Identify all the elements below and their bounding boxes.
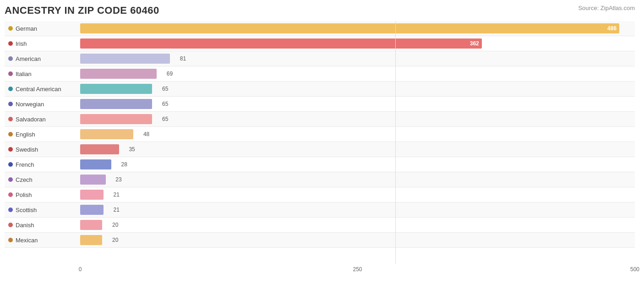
bar-value: 20	[112, 222, 118, 228]
bar-label: Polish	[5, 191, 80, 198]
bar-label: Mexican	[5, 237, 80, 244]
bar-fill: 21	[80, 190, 104, 200]
bar-fill: 20	[80, 235, 102, 245]
bar-label: Czech	[5, 176, 80, 183]
x-axis-tick: 0	[79, 266, 82, 273]
bar-label: Danish	[5, 222, 80, 229]
bar-value: 362	[470, 40, 479, 47]
bar-value: 23	[115, 176, 121, 183]
bar-fill: 28	[80, 159, 111, 169]
chart-container: ANCESTRY IN ZIP CODE 60460 Source: ZipAt…	[0, 0, 644, 295]
bar-dot	[8, 87, 13, 91]
bar-fill: 21	[80, 205, 104, 215]
bar-label: Scottish	[5, 207, 80, 213]
bar-row: Irish362	[5, 36, 635, 51]
bar-label: French	[5, 161, 80, 168]
x-axis: 0250500	[80, 264, 635, 278]
bar-label: German	[5, 25, 80, 32]
source-text: Source: ZipAtlas.com	[578, 5, 635, 11]
bar-dot	[8, 223, 13, 227]
bar-track: 65	[80, 97, 635, 111]
bar-dot	[8, 102, 13, 106]
chart-area: German486Irish362American81Italian69Cent…	[5, 21, 635, 278]
bar-row: Central American65	[5, 82, 635, 97]
bar-track: 362	[80, 36, 635, 51]
bar-value: 81	[180, 55, 186, 62]
bar-dot	[8, 162, 13, 167]
bar-value: 21	[114, 207, 120, 213]
bar-value: 486	[607, 25, 617, 32]
bar-row: English48	[5, 127, 635, 142]
bar-track: 23	[80, 172, 635, 187]
bar-value: 65	[162, 101, 168, 107]
bar-row: French28	[5, 157, 635, 172]
bar-fill: 48	[80, 129, 133, 139]
bar-row: Mexican20	[5, 233, 635, 248]
x-axis-tick: 250	[353, 266, 362, 273]
bar-track: 69	[80, 66, 635, 81]
bar-row: Italian69	[5, 66, 635, 82]
bar-value: 65	[162, 86, 168, 92]
x-axis-tick: 500	[630, 266, 639, 273]
bar-fill: 69	[80, 69, 157, 79]
bar-row: Salvadoran65	[5, 112, 635, 127]
bar-track: 20	[80, 233, 635, 247]
bar-dot	[8, 238, 13, 242]
bar-label: Norwegian	[5, 101, 80, 108]
bar-label: American	[5, 55, 80, 62]
bar-track: 81	[80, 51, 635, 66]
bar-label: English	[5, 131, 80, 138]
bar-value: 69	[167, 71, 173, 77]
bars-section: German486Irish362American81Italian69Cent…	[5, 21, 635, 264]
bar-row: German486	[5, 21, 635, 36]
bar-track: 486	[80, 21, 635, 36]
bar-label: Italian	[5, 71, 80, 77]
bar-dot	[8, 26, 13, 31]
bar-row: Swedish35	[5, 142, 635, 157]
bar-track: 35	[80, 142, 635, 157]
bar-row: Czech23	[5, 172, 635, 187]
bar-row: Polish21	[5, 187, 635, 202]
bar-value: 28	[121, 161, 127, 168]
bar-label: Central American	[5, 86, 80, 93]
bar-dot	[8, 41, 13, 46]
bar-track: 21	[80, 187, 635, 202]
bar-value: 21	[114, 191, 120, 198]
bar-fill: 65	[80, 114, 152, 124]
bar-row: Norwegian65	[5, 97, 635, 112]
bar-dot	[8, 147, 13, 152]
bar-fill: 81	[80, 54, 170, 64]
bar-label: Salvadoran	[5, 116, 80, 123]
bar-fill: 362	[80, 38, 482, 49]
bar-fill: 65	[80, 84, 152, 94]
bar-fill: 65	[80, 99, 152, 109]
bar-value: 48	[143, 131, 149, 137]
bar-row: Danish20	[5, 218, 635, 233]
bar-row: Scottish21	[5, 202, 635, 218]
bar-track: 48	[80, 127, 635, 142]
bar-dot	[8, 192, 13, 197]
bar-dot	[8, 56, 13, 61]
bar-label: Swedish	[5, 146, 80, 153]
bar-dot	[8, 132, 13, 137]
bar-track: 28	[80, 157, 635, 172]
bar-value: 35	[129, 146, 135, 153]
bar-fill: 23	[80, 175, 106, 185]
bar-dot	[8, 208, 13, 212]
bar-fill: 35	[80, 144, 119, 154]
bar-dot	[8, 71, 13, 76]
bar-dot	[8, 177, 13, 182]
bar-value: 65	[162, 116, 168, 122]
bar-track: 20	[80, 218, 635, 232]
bar-fill: 20	[80, 220, 102, 230]
chart-title: ANCESTRY IN ZIP CODE 60460	[5, 5, 635, 16]
grid-line	[395, 21, 396, 264]
bar-row: American81	[5, 51, 635, 66]
bar-value: 20	[112, 237, 118, 243]
bar-track: 65	[80, 82, 635, 96]
bar-track: 65	[80, 112, 635, 126]
bar-track: 21	[80, 202, 635, 217]
bar-fill: 486	[80, 23, 619, 33]
bar-dot	[8, 117, 13, 121]
bar-label: Irish	[5, 40, 80, 47]
